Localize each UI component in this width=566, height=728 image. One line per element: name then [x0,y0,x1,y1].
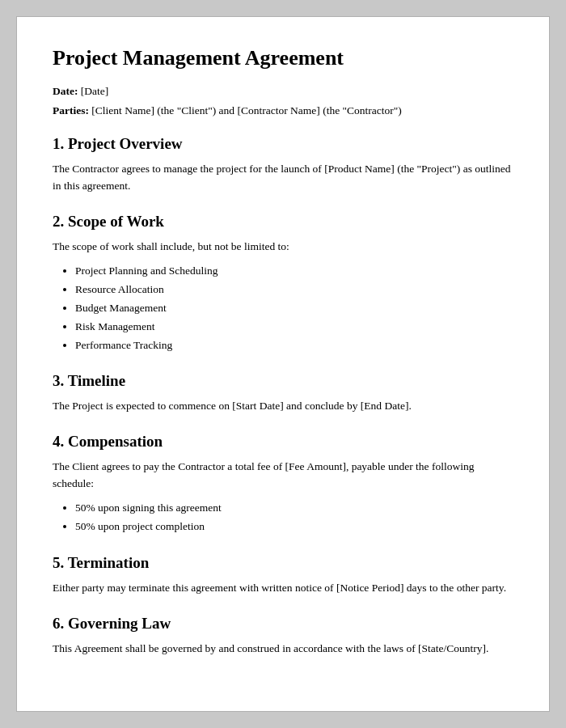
date-line: Date: [Date] [53,85,513,98]
list-item: Project Planning and Scheduling [75,262,513,281]
document-container: Project Management Agreement Date: [Date… [16,16,550,712]
section-3-body: The Project is expected to commence on [… [53,398,513,415]
compensation-list: 50% upon signing this agreement 50% upon… [75,499,513,536]
section-2-heading: 2. Scope of Work [53,213,513,231]
section-4-body: The Client agrees to pay the Contractor … [53,459,513,493]
list-item: 50% upon project completion [75,518,513,536]
section-6-body: This Agreement shall be governed by and … [53,641,513,658]
list-item: Budget Management [75,299,513,318]
section-5-body: Either party may terminate this agreemen… [53,580,513,597]
section-3-heading: 3. Timeline [53,372,513,390]
document-title: Project Management Agreement [53,46,513,70]
date-label: Date: [53,85,78,97]
section-4-heading: 4. Compensation [53,433,513,451]
list-item: Risk Management [75,318,513,336]
section-1-body: The Contractor agrees to manage the proj… [53,161,513,195]
list-item: Performance Tracking [75,336,513,355]
section-6-heading: 6. Governing Law [53,615,513,633]
list-item: Resource Allocation [75,281,513,299]
scope-list: Project Planning and Scheduling Resource… [75,262,513,355]
section-5-heading: 5. Termination [53,554,513,572]
section-1-heading: 1. Project Overview [53,135,513,153]
section-2-body: The scope of work shall include, but not… [53,239,513,256]
parties-value: [Client Name] (the "Client") and [Contra… [91,104,401,116]
parties-line: Parties: [Client Name] (the "Client") an… [53,104,513,117]
list-item: 50% upon signing this agreement [75,499,513,518]
date-value: [Date] [81,85,108,97]
parties-label: Parties: [53,104,89,116]
